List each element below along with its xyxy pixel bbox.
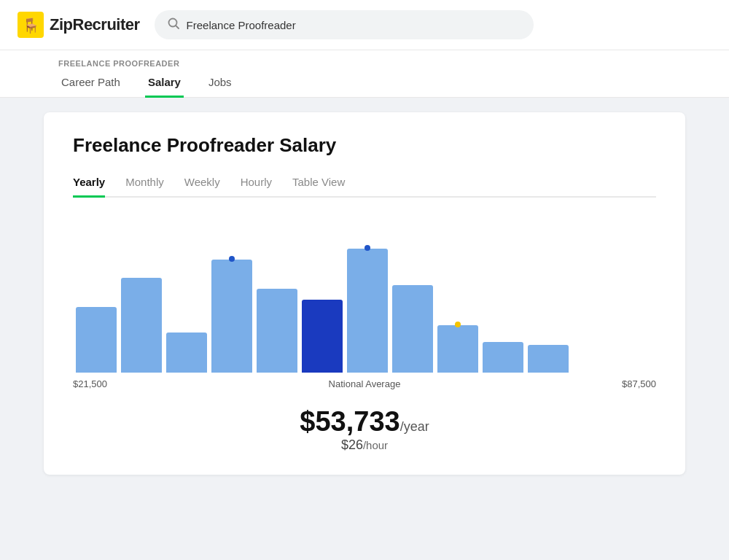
salary-tab-hourly[interactable]: Hourly (241, 176, 272, 198)
bar-group-3 (211, 260, 252, 373)
bar-dot-8 (455, 322, 461, 327)
tab-salary[interactable]: Salary (145, 69, 184, 98)
chart-x-labels: $21,500 National Average $87,500 (73, 378, 656, 389)
bar-dot-6 (364, 245, 370, 251)
salary-tab-weekly[interactable]: Weekly (184, 176, 220, 198)
salary-tab-monthly[interactable]: Monthly (125, 176, 164, 198)
x-label-max: $87,500 (622, 378, 656, 389)
search-input[interactable] (187, 19, 521, 31)
bar-group-7 (392, 285, 433, 373)
bar-group-8 (437, 325, 478, 373)
bar-group-1 (121, 278, 162, 373)
bar-group-0 (76, 307, 117, 373)
annual-salary-unit: /year (400, 419, 429, 434)
bar-9 (483, 342, 523, 373)
bar-5 (302, 300, 343, 373)
salary-tabs: Yearly Monthly Weekly Hourly Table View (73, 174, 656, 198)
salary-card: Freelance Proofreader Salary Yearly Mont… (44, 112, 685, 475)
bar-0 (76, 307, 117, 373)
chart-bars (73, 219, 656, 373)
tab-jobs[interactable]: Jobs (206, 69, 235, 98)
bar-group-10 (528, 345, 569, 373)
bar-group-9 (483, 342, 523, 373)
search-bar[interactable] (155, 10, 534, 39)
sub-nav: FREELANCE PROOFREADER Career Path Salary… (0, 50, 729, 98)
hourly-salary-unit: /hour (363, 439, 388, 451)
hourly-salary-value: $26 (341, 438, 363, 452)
header: 🪑 ZipRecruiter (0, 0, 729, 50)
salary-stats: $53,733/year $26/hour (73, 406, 656, 453)
salary-chart: $21,500 National Average $87,500 (73, 219, 656, 394)
bar-6 (347, 249, 388, 373)
logo[interactable]: 🪑 ZipRecruiter (17, 12, 140, 38)
sub-nav-tabs: Career Path Salary Jobs (58, 68, 671, 97)
bar-2 (166, 332, 207, 373)
sub-nav-label: FREELANCE PROOFREADER (58, 50, 671, 68)
bar-1 (121, 278, 162, 373)
bar-3 (211, 260, 252, 373)
bar-dot-3 (229, 256, 235, 262)
logo-text: ZipRecruiter (50, 15, 140, 34)
bar-4 (257, 289, 297, 373)
svg-line-3 (176, 26, 179, 28)
bar-8 (437, 325, 478, 373)
bar-group-6 (347, 249, 388, 373)
hourly-salary-display: $26/hour (73, 438, 656, 453)
bar-7 (392, 285, 433, 373)
salary-tab-table-view[interactable]: Table View (292, 176, 345, 198)
tab-career-path[interactable]: Career Path (58, 69, 123, 98)
bar-group-4 (257, 289, 297, 373)
bar-group-5 (302, 300, 343, 373)
main-content: Freelance Proofreader Salary Yearly Mont… (0, 98, 729, 489)
x-label-average: National Average (329, 378, 401, 389)
search-icon (168, 18, 179, 32)
salary-tab-yearly[interactable]: Yearly (73, 176, 105, 198)
x-label-min: $21,500 (73, 378, 107, 389)
annual-salary-display: $53,733/year (73, 406, 656, 438)
annual-salary-value: $53,733 (300, 406, 399, 437)
ziprecruiter-logo-icon: 🪑 (17, 12, 44, 38)
bar-10 (528, 345, 569, 373)
svg-text:🪑: 🪑 (22, 17, 40, 34)
bar-group-2 (166, 332, 207, 373)
card-title: Freelance Proofreader Salary (73, 134, 656, 157)
